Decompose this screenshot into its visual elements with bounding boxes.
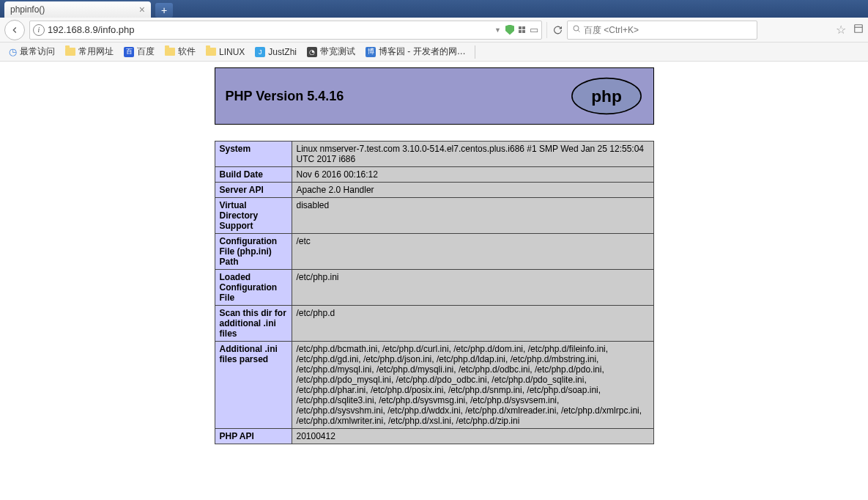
info-key: Server API xyxy=(215,183,292,198)
bookmark-cnblogs[interactable]: 博 博客园 - 开发者的网… xyxy=(361,43,470,60)
bookmark-speedtest[interactable]: ◔ 带宽测试 xyxy=(303,43,360,60)
tab-bar: phpinfo() × + xyxy=(0,0,868,18)
folder-icon xyxy=(65,48,75,56)
table-row: Virtual Directory Supportdisabled xyxy=(215,198,653,234)
folder-icon xyxy=(206,48,216,56)
qr-icon[interactable] xyxy=(519,26,525,33)
reader-icon[interactable]: ▭ xyxy=(530,24,538,35)
info-key: Scan this dir for additional .ini files xyxy=(215,306,292,342)
info-value: disabled xyxy=(292,198,653,234)
dropdown-caret-icon[interactable]: ▼ xyxy=(494,26,501,34)
phpinfo-table: SystemLinux nmserver-7.test.com 3.10.0-5… xyxy=(215,141,654,444)
info-value: Nov 6 2016 00:16:12 xyxy=(292,167,653,183)
info-icon[interactable]: i xyxy=(33,24,45,36)
search-input[interactable] xyxy=(584,25,752,35)
url-bar-icons: ▼ ▭ xyxy=(494,24,538,35)
bookmark-label: 百度 xyxy=(137,45,155,58)
table-row: Scan this dir for additional .ini files/… xyxy=(215,306,653,342)
cnblogs-icon: 博 xyxy=(366,47,376,57)
info-value: Linux nmserver-7.test.com 3.10.0-514.el7… xyxy=(292,141,653,167)
info-key: Virtual Directory Support xyxy=(215,198,292,234)
justzhi-icon: J xyxy=(255,47,265,57)
close-tab-icon[interactable]: × xyxy=(139,4,145,15)
bookmark-justzhi[interactable]: J JustZhi xyxy=(251,45,301,59)
info-key: Additional .ini files parsed xyxy=(215,342,292,429)
bookmark-label: JustZhi xyxy=(268,47,297,57)
bookmark-label: 常用网址 xyxy=(78,45,114,58)
bookmark-baidu[interactable]: 百 百度 xyxy=(119,43,159,60)
table-row: SystemLinux nmserver-7.test.com 3.10.0-5… xyxy=(215,141,653,167)
info-key: Configuration File (php.ini) Path xyxy=(215,234,292,270)
history-icon: ◷ xyxy=(9,46,17,57)
info-value: /etc xyxy=(292,234,653,270)
tab-title: phpinfo() xyxy=(10,4,45,15)
bookmark-bar: ◷ 最常访问 常用网址 百 百度 软件 LINUX J JustZhi ◔ 带宽… xyxy=(0,43,868,62)
bookmark-label: 软件 xyxy=(178,45,196,58)
svg-line-1 xyxy=(578,30,579,32)
table-row: Build DateNov 6 2016 00:16:12 xyxy=(215,167,653,183)
bookmark-label: LINUX xyxy=(219,47,245,57)
folder-icon xyxy=(165,48,175,56)
svg-point-0 xyxy=(574,26,579,31)
arrow-left-icon xyxy=(10,25,20,35)
table-row: Configuration File (php.ini) Path/etc xyxy=(215,234,653,270)
bookmark-star-icon[interactable]: ☆ xyxy=(836,23,846,37)
bookmark-label: 博客园 - 开发者的网… xyxy=(379,45,466,58)
bookmark-label: 最常访问 xyxy=(20,45,55,58)
bookmark-software[interactable]: 软件 xyxy=(160,43,200,60)
search-icon xyxy=(572,24,581,35)
nav-bar: i ▼ ▭ ☆ xyxy=(0,18,868,43)
reload-button[interactable] xyxy=(546,22,563,38)
baidu-icon: 百 xyxy=(124,47,134,57)
table-row: Server APIApache 2.0 Handler xyxy=(215,183,653,198)
reload-icon xyxy=(553,25,563,35)
info-key: Loaded Configuration File xyxy=(215,270,292,306)
url-input[interactable] xyxy=(48,24,492,35)
shield-icon[interactable] xyxy=(505,25,514,35)
table-row: Loaded Configuration File/etc/php.ini xyxy=(215,270,653,306)
php-version-title: PHP Version 5.4.16 xyxy=(226,89,344,104)
gauge-icon: ◔ xyxy=(307,47,317,57)
page-content: PHP Version 5.4.16 php SystemLinux nmser… xyxy=(0,62,868,500)
search-bar[interactable] xyxy=(567,21,757,40)
bookmark-separator xyxy=(475,45,475,59)
nav-right: ☆ xyxy=(836,23,864,37)
bookmark-linux[interactable]: LINUX xyxy=(201,45,249,59)
table-row: Additional .ini files parsed/etc/php.d/b… xyxy=(215,342,653,429)
info-value: /etc/php.ini xyxy=(292,270,653,306)
svg-text:php: php xyxy=(591,87,622,106)
php-logo: php xyxy=(570,77,643,115)
table-row: PHP API20100412 xyxy=(215,429,653,444)
browser-tab[interactable]: phpinfo() × xyxy=(4,1,151,18)
info-key: Build Date xyxy=(215,167,292,183)
info-value: Apache 2.0 Handler xyxy=(292,183,653,198)
info-value: 20100412 xyxy=(292,429,653,444)
info-value: /etc/php.d/bcmath.ini, /etc/php.d/curl.i… xyxy=(292,342,653,429)
info-key: System xyxy=(215,141,292,167)
svg-rect-2 xyxy=(855,24,863,32)
bookmark-label: 带宽测试 xyxy=(320,45,355,58)
info-key: PHP API xyxy=(215,429,292,444)
sidebar-toggle-icon[interactable] xyxy=(853,23,864,37)
new-tab-button[interactable]: + xyxy=(155,3,173,18)
back-button[interactable] xyxy=(4,20,25,40)
bookmark-frequent[interactable]: ◷ 最常访问 xyxy=(4,43,59,60)
info-value: /etc/php.d xyxy=(292,306,653,342)
bookmark-common-sites[interactable]: 常用网址 xyxy=(61,43,118,60)
phpinfo-container: PHP Version 5.4.16 php SystemLinux nmser… xyxy=(215,67,654,444)
phpinfo-header: PHP Version 5.4.16 php xyxy=(215,67,654,125)
url-bar[interactable]: i ▼ ▭ xyxy=(29,21,542,40)
